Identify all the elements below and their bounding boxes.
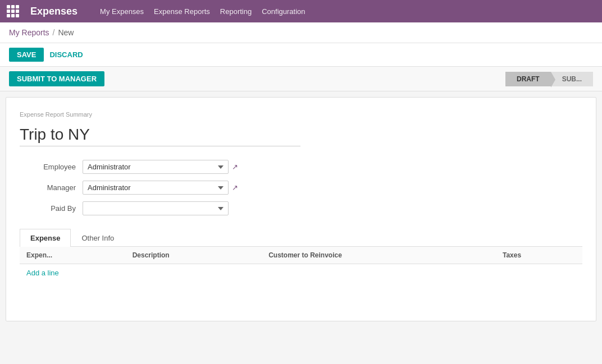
employee-select[interactable]: Administrator (83, 160, 229, 174)
col-taxes: Taxes (496, 247, 582, 264)
breadcrumb: My Reports / New (0, 22, 602, 43)
discard-button[interactable]: DISCARD (49, 50, 83, 59)
col-description: Description (126, 247, 262, 264)
table-header: Expen... Description Customer to Reinvoi… (20, 247, 582, 264)
save-button[interactable]: SAVE (9, 48, 44, 62)
main-content: Expense Report Summary Employee Administ… (6, 97, 596, 321)
breadcrumb-parent[interactable]: My Reports (9, 28, 49, 37)
nav-configuration[interactable]: Configuration (262, 7, 305, 16)
nav-my-expenses[interactable]: My Expenses (100, 7, 144, 16)
manager-row: Manager Administrator ↗ (20, 181, 582, 195)
tab-other-info[interactable]: Other Info (71, 229, 125, 247)
expense-table: Expen... Description Customer to Reinvoi… (20, 247, 582, 264)
submit-to-manager-button[interactable]: SUBMIT TO MANAGER (9, 71, 104, 86)
col-customer-reinvoice: Customer to Reinvoice (262, 247, 496, 264)
manager-external-link-icon[interactable]: ↗ (232, 183, 238, 192)
manager-select[interactable]: Administrator (83, 181, 229, 195)
employee-row: Employee Administrator ↗ (20, 160, 582, 174)
app-grid-icon[interactable] (7, 5, 19, 17)
status-bar: SUBMIT TO MANAGER DRAFT SUB... (0, 67, 602, 91)
breadcrumb-separator: / (53, 28, 55, 37)
employee-external-link-icon[interactable]: ↗ (232, 163, 238, 171)
nav-expense-reports[interactable]: Expense Reports (154, 7, 210, 16)
tabs: Expense Other Info (20, 229, 582, 247)
manager-label: Manager (20, 183, 76, 192)
action-bar: SAVE DISCARD (0, 43, 602, 67)
app-title: Expenses (30, 6, 77, 17)
stage-submitted[interactable]: SUB... (551, 72, 593, 86)
employee-field-wrap: Administrator ↗ (83, 160, 238, 174)
manager-field-wrap: Administrator ↗ (83, 181, 238, 195)
nav-reporting[interactable]: Reporting (220, 7, 252, 16)
nav-links: My Expenses Expense Reports Reporting Co… (100, 7, 305, 16)
stage-draft[interactable]: DRAFT (505, 72, 551, 86)
section-label: Expense Report Summary (20, 111, 582, 118)
employee-label: Employee (20, 163, 76, 171)
tab-expense[interactable]: Expense (20, 229, 71, 247)
paid-by-row: Paid By (20, 201, 582, 215)
add-line-link[interactable]: Add a line (20, 264, 66, 282)
paid-by-select[interactable] (83, 201, 229, 215)
col-expense: Expen... (20, 247, 126, 264)
breadcrumb-current: New (58, 28, 74, 37)
report-title-input[interactable] (20, 123, 300, 146)
paid-by-label: Paid By (20, 204, 76, 213)
form-fields: Employee Administrator ↗ Manager Adminis… (20, 160, 582, 215)
top-navigation: Expenses My Expenses Expense Reports Rep… (0, 0, 602, 22)
status-stages: DRAFT SUB... (505, 72, 593, 86)
paid-by-field-wrap (83, 201, 229, 215)
